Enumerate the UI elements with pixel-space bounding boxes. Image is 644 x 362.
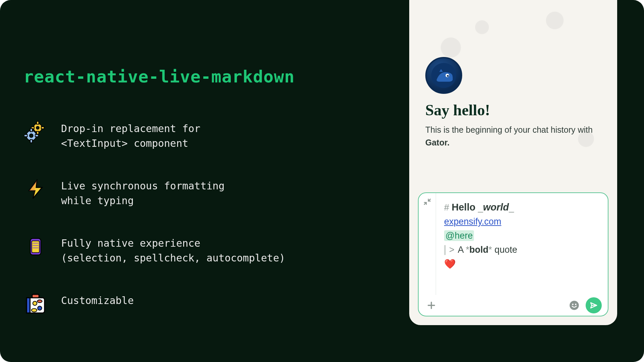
markdown-h1: Hello <box>452 202 476 213</box>
left-column: react-native-live-markdown <box>0 0 396 362</box>
markdown-bold: bold <box>469 245 488 255</box>
svg-point-22 <box>33 301 37 305</box>
feature-text: Live synchronous formatting while typing <box>61 177 225 208</box>
markdown-star: * <box>488 245 492 255</box>
markdown-hash: # <box>444 202 449 213</box>
feature-item: Fully native experience (selection, spel… <box>23 235 382 265</box>
svg-rect-21 <box>26 298 30 313</box>
svg-point-31 <box>570 301 579 310</box>
svg-rect-11 <box>35 134 39 136</box>
feature-item: Drop-in replacement for <TextInput> comp… <box>23 120 382 150</box>
svg-rect-2 <box>37 121 39 124</box>
markdown-underscore: _ <box>509 202 514 213</box>
svg-rect-5 <box>41 127 44 129</box>
chat-header: Say hello! This is the beginning of your… <box>409 0 617 149</box>
feature-text: Drop-in replacement for <TextInput> comp… <box>61 120 200 150</box>
svg-point-24 <box>37 300 42 303</box>
page-title: react-native-live-markdown <box>23 67 382 86</box>
emoji-button[interactable] <box>568 299 581 312</box>
markdown-star: * <box>466 245 470 255</box>
hero-panel: react-native-live-markdown <box>0 0 644 362</box>
chat-subtitle-prefix: This is the beginning of your chat histo… <box>425 125 593 134</box>
markdown-italic: world <box>483 202 509 213</box>
svg-rect-8 <box>30 128 32 132</box>
svg-rect-15 <box>32 241 40 253</box>
feature-list: Drop-in replacement for <TextInput> comp… <box>23 120 382 316</box>
svg-point-23 <box>38 306 42 310</box>
svg-rect-9 <box>30 139 32 143</box>
svg-point-28 <box>447 75 448 77</box>
svg-rect-3 <box>37 131 39 134</box>
feature-text: Fully native experience (selection, spel… <box>61 235 285 265</box>
markdown-underscore: _ <box>478 202 483 213</box>
markdown-mention[interactable]: @here <box>444 230 474 241</box>
chat-subtitle: This is the beginning of your chat histo… <box>425 124 601 149</box>
composer-gutter <box>419 193 436 295</box>
chat-subtitle-name: Gator. <box>425 138 449 147</box>
lightning-icon <box>23 177 48 201</box>
phone-icon <box>23 235 48 259</box>
avatar[interactable] <box>425 57 462 94</box>
svg-point-25 <box>32 308 37 312</box>
markdown-blockquote-marker: > <box>449 243 454 257</box>
add-attachment-button[interactable] <box>425 299 438 312</box>
svg-rect-10 <box>24 134 28 136</box>
collapse-icon[interactable] <box>423 198 431 295</box>
send-button[interactable] <box>586 297 602 313</box>
svg-point-7 <box>30 134 33 137</box>
composer-footer <box>419 295 608 316</box>
svg-point-1 <box>36 126 39 129</box>
feature-item: Customizable <box>23 292 382 316</box>
feature-text: Customizable <box>61 292 134 308</box>
composer: # Hello _world_ expensify.com @here <box>418 192 608 316</box>
phone-mockup: Say hello! This is the beginning of your… <box>409 0 617 325</box>
markdown-link[interactable]: expensify.com <box>444 217 501 227</box>
composer-input[interactable]: # Hello _world_ expensify.com @here <box>436 193 525 295</box>
markdown-text: A <box>458 245 464 255</box>
svg-point-32 <box>572 304 574 305</box>
gears-icon <box>23 120 48 144</box>
composer-container: # Hello _world_ expensify.com @here <box>409 184 617 325</box>
markdown-text: quote <box>494 245 517 255</box>
svg-point-33 <box>575 304 577 305</box>
chat-title: Say hello! <box>425 101 601 119</box>
suitcase-icon <box>23 292 48 316</box>
quote-bar <box>444 245 446 255</box>
feature-item: Live synchronous formatting while typing <box>23 177 382 208</box>
heart-emoji: ❤️ <box>444 259 456 269</box>
